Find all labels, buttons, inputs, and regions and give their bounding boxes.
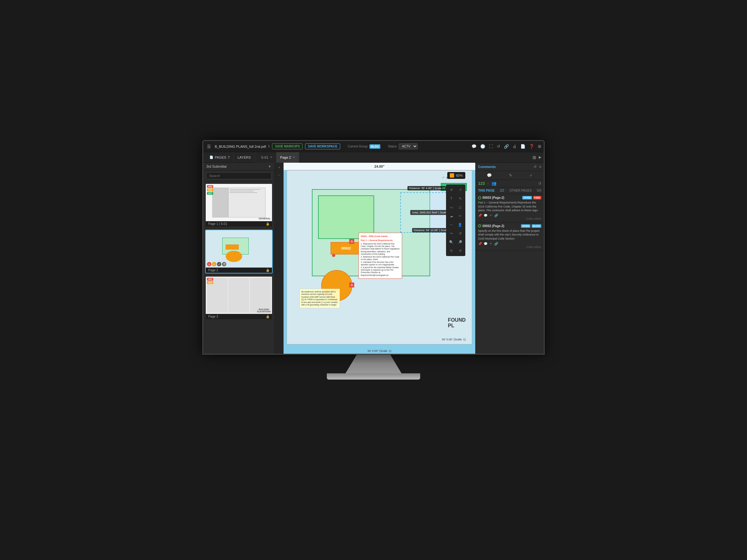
page-thumb-1[interactable]: 3RD 2ND 1ST bbox=[205, 183, 273, 227]
new-window-icon[interactable]: ⊞ bbox=[533, 155, 536, 160]
comment-id-1: 00003 (Page-2) bbox=[483, 196, 521, 199]
play-icon[interactable]: ▶ bbox=[539, 155, 541, 159]
pencil-tool[interactable]: ✎ bbox=[456, 194, 464, 203]
count-arrow: ↑ bbox=[487, 182, 489, 185]
comments-tab[interactable]: Comments bbox=[478, 165, 531, 169]
submittal-selector[interactable]: 3rd Submittal ▼ bbox=[203, 163, 275, 170]
zoom-out-tool[interactable]: − bbox=[276, 171, 283, 178]
print-icon[interactable]: 🖨 bbox=[513, 144, 517, 149]
thumb-img-2: 3RD 2ND 1ST 1 bbox=[206, 230, 272, 268]
blueprint-canvas[interactable]: 24.00" Markup Detail bbox=[284, 163, 475, 354]
person-tool[interactable]: 👤 bbox=[456, 220, 464, 229]
pencil-icon[interactable]: ✎ bbox=[509, 173, 512, 178]
layers-tab[interactable]: LAYERS bbox=[234, 152, 255, 162]
bp-note-box: All residences shall be provided with a … bbox=[300, 289, 340, 308]
comment-badge-open-1: OPEN bbox=[522, 196, 532, 199]
comment-text-2: Specify on the first sheet of plans that… bbox=[478, 229, 541, 241]
comment-text-1: Part 1 – General Requirements:Reproduce … bbox=[478, 201, 541, 212]
refresh-tool[interactable]: ↺ bbox=[456, 229, 464, 237]
text-tool[interactable]: T bbox=[447, 194, 455, 203]
zoom-in-btn[interactable]: 🔍 bbox=[447, 238, 455, 246]
topbar-icons: 💬 🕐 ⛶ ↺ 🔗 🖨 📄 ❓ ⊞ bbox=[471, 144, 541, 149]
shape-tool[interactable]: ◻ bbox=[456, 203, 464, 211]
scissors-tool[interactable]: ✂ bbox=[456, 212, 464, 220]
pages-count: 7 bbox=[228, 156, 230, 159]
comment-add-icon[interactable]: 💬 bbox=[487, 173, 492, 178]
tab-s01[interactable]: S-01 ✕ bbox=[257, 152, 276, 163]
tab-page2-close[interactable]: ✕ bbox=[292, 156, 295, 159]
comment-status-circle-1 bbox=[478, 196, 481, 199]
comment-status-circle-2 bbox=[478, 224, 481, 228]
submittal-label: 3rd Submittal bbox=[206, 165, 227, 168]
page-thumb-2[interactable]: 3RD 2ND 1ST 1 bbox=[205, 230, 273, 273]
comment-icon[interactable]: 💬 bbox=[471, 144, 476, 149]
save-workspace-button[interactable]: SAVE WORKSPACE bbox=[305, 143, 340, 149]
pages-list: 3RD 2ND 1ST bbox=[203, 181, 275, 354]
comment-item-1: 00003 (Page-2) OPEN FIRE Part 1 – Genera… bbox=[475, 194, 544, 222]
filter-icon[interactable]: ≡ bbox=[539, 165, 541, 169]
canvas-area: + − 24.00" Markup Detail bbox=[275, 163, 475, 354]
cloud-tool[interactable]: ☁ bbox=[447, 212, 455, 220]
other-pages-count: 0/0 bbox=[537, 189, 541, 192]
this-page-label: THIS PAGE bbox=[478, 189, 495, 192]
comment-badge-open-2: OPEN bbox=[521, 224, 531, 228]
tab-s01-close[interactable]: ✕ bbox=[270, 156, 272, 159]
hamburger-menu[interactable]: ☰ bbox=[206, 143, 212, 150]
bp-scale-label: 50' 0.00" (Scale: 1) bbox=[442, 338, 466, 341]
people-icon[interactable]: 👥 bbox=[491, 181, 496, 186]
link-icon[interactable]: 🔗 bbox=[504, 144, 509, 149]
zoom-out-btn[interactable]: 🔎 bbox=[456, 238, 464, 246]
page-thumb-3[interactable]: 3RD 2ND BUILDINGELEVATIONS bbox=[205, 276, 273, 320]
chat-icon-1[interactable]: 💬 bbox=[484, 214, 487, 217]
thumb-building-label: BUILDINGELEVATIONS bbox=[257, 308, 271, 313]
chat-icon-2[interactable]: 💬 bbox=[484, 242, 487, 245]
tp3-col-3 bbox=[250, 278, 271, 313]
grid-icon[interactable]: ⊞ bbox=[538, 144, 541, 149]
pages-tab[interactable]: 📄 PAGES 7 bbox=[206, 152, 234, 162]
search-input[interactable] bbox=[206, 172, 272, 179]
hazard-icon-1: ⚠ bbox=[349, 239, 354, 244]
check-icon[interactable]: ✓ bbox=[530, 173, 533, 178]
thumb-img-3: 3RD 2ND BUILDINGELEVATIONS bbox=[206, 276, 272, 314]
num-badge-check: ✓ bbox=[217, 262, 221, 266]
this-page-count: 2/2 bbox=[500, 189, 504, 192]
help-icon[interactable]: ❓ bbox=[529, 144, 534, 149]
history-icon[interactable]: ↺ bbox=[497, 144, 500, 149]
thumb-col-right-1 bbox=[229, 188, 265, 217]
pin-icon-1[interactable]: 📌 bbox=[478, 214, 482, 217]
rotate-ccw[interactable]: ↺ bbox=[456, 247, 464, 255]
thumb-general-label: GENERAL bbox=[259, 217, 271, 220]
lock-icon-2: 🔒 bbox=[266, 268, 269, 272]
link-icon-1[interactable]: 🔗 bbox=[494, 214, 498, 217]
bp-text-title: 00003 - FIRE (Code Admin bbox=[361, 235, 400, 238]
thumb-line-3 bbox=[230, 192, 257, 193]
bp-text-box: 00003 - FIRE (Code Admin Part 1 > Genera… bbox=[359, 233, 402, 279]
pointer-tool[interactable]: ↗ bbox=[456, 186, 464, 194]
info-icon[interactable]: ℹ bbox=[268, 144, 269, 149]
tab-page2[interactable]: Page 2 ✕ bbox=[276, 152, 299, 163]
thumb-col-left-1 bbox=[212, 188, 229, 217]
eye-icon-2[interactable]: 👁 bbox=[489, 242, 492, 245]
rotate-cw[interactable]: ↻ bbox=[447, 247, 455, 255]
rect-tool[interactable]: ▭ bbox=[447, 203, 455, 211]
count-refresh-icon[interactable]: ↺ bbox=[538, 181, 541, 186]
zoom-panel: 60% bbox=[447, 172, 465, 179]
zoom-in-tool[interactable]: + bbox=[276, 164, 283, 171]
refresh-icon[interactable]: ↺ bbox=[534, 165, 537, 169]
save-markups-button[interactable]: SAVE MARKUPS bbox=[272, 143, 303, 149]
doc-icon[interactable]: 📄 bbox=[520, 144, 525, 149]
status-select[interactable]: ACTV bbox=[399, 143, 418, 149]
fullscreen-icon[interactable]: ⛶ bbox=[489, 144, 493, 149]
secondbar-right: ⊞ ▶ bbox=[533, 155, 541, 160]
eye-icon-1[interactable]: 👁 bbox=[489, 214, 492, 217]
blueprint[interactable]: ✓ e-PlanSoft™ APPROVED bbox=[287, 170, 472, 344]
clock-icon[interactable]: 🕐 bbox=[480, 144, 485, 149]
wave-tool[interactable]: 〜 bbox=[447, 229, 455, 237]
link-icon-2[interactable]: 🔗 bbox=[494, 242, 498, 245]
bp-inner-rect bbox=[318, 195, 374, 239]
pages-icon: 📄 bbox=[209, 156, 213, 159]
move-tool[interactable]: ✛ bbox=[447, 186, 455, 194]
pages-label: PAGES bbox=[215, 156, 226, 159]
pin-icon-2[interactable]: 📌 bbox=[478, 242, 482, 245]
arrow-tool[interactable]: ↔ bbox=[447, 220, 455, 229]
